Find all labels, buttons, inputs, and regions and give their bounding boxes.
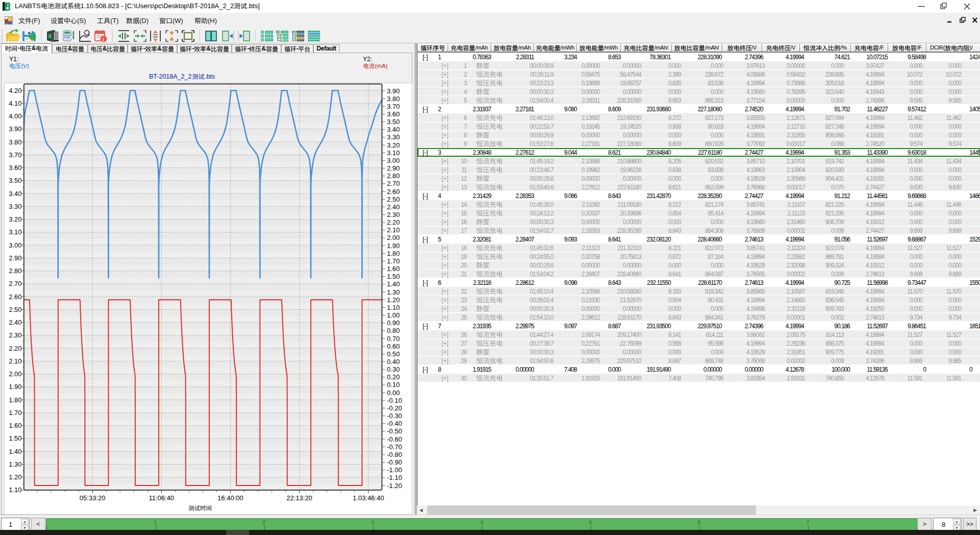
svg-text:2.80: 2.80	[387, 172, 400, 180]
svg-text:-1.00: -1.00	[387, 466, 402, 474]
svg-text:2.30: 2.30	[387, 211, 400, 218]
svg-text:2.90: 2.90	[9, 254, 21, 262]
svg-text:Y1:: Y1:	[9, 56, 18, 63]
svg-text:X: X	[48, 33, 52, 39]
svg-text:3.40: 3.40	[9, 190, 21, 198]
svg-text:.bts: .bts	[205, 73, 215, 80]
svg-text:1.40: 1.40	[9, 448, 21, 455]
svg-text:i: i	[103, 37, 104, 42]
svg-text:-0.50: -0.50	[387, 427, 402, 435]
svg-text:0.70: 0.70	[387, 335, 400, 343]
svg-text:2.80: 2.80	[9, 267, 21, 275]
svg-text:4.10: 4.10	[9, 100, 21, 107]
svg-text:4.20: 4.20	[9, 87, 21, 94]
svg-text:05:33:20: 05:33:20	[80, 494, 106, 502]
svg-text:3.80: 3.80	[387, 95, 400, 103]
svg-text:3.50: 3.50	[387, 118, 400, 126]
svg-text:-0.70: -0.70	[387, 443, 402, 451]
svg-text:3.40: 3.40	[387, 126, 400, 133]
svg-text:1.50: 1.50	[387, 273, 400, 280]
svg-text:-0.40: -0.40	[387, 420, 402, 427]
svg-text:2.40: 2.40	[9, 319, 21, 326]
svg-text:1.10: 1.10	[387, 304, 400, 311]
svg-text:-0.80: -0.80	[387, 451, 402, 458]
svg-text:BT-2018A_2_2: BT-2018A_2_2	[149, 73, 191, 80]
svg-text:0.80: 0.80	[387, 327, 400, 334]
svg-text:11:06:40: 11:06:40	[149, 494, 174, 502]
svg-text:1.70: 1.70	[387, 257, 400, 265]
svg-text:-0.90: -0.90	[387, 458, 402, 466]
svg-text:1.00: 1.00	[387, 311, 400, 319]
svg-text:1.70: 1.70	[9, 409, 21, 417]
svg-text:1.90: 1.90	[9, 383, 21, 391]
svg-text:(mA): (mA)	[375, 63, 388, 69]
svg-text:2.50: 2.50	[387, 196, 400, 203]
svg-text:3.50: 3.50	[9, 177, 21, 184]
svg-text:1.90: 1.90	[387, 242, 400, 250]
svg-text:3.00: 3.00	[9, 241, 21, 249]
svg-text:2.50: 2.50	[9, 306, 21, 313]
svg-text:0.60: 0.60	[387, 343, 400, 350]
svg-text:2.30: 2.30	[9, 331, 21, 339]
svg-text:1.03:46:40: 1.03:46:40	[353, 494, 384, 502]
svg-text:2.10: 2.10	[9, 357, 21, 365]
svg-text:2.60: 2.60	[387, 188, 400, 196]
svg-text:2.20: 2.20	[9, 345, 21, 352]
svg-text:0.90: 0.90	[387, 319, 400, 327]
svg-text:-1.10: -1.10	[387, 474, 402, 481]
svg-text:(V): (V)	[21, 63, 30, 69]
svg-text:22:13:20: 22:13:20	[286, 494, 312, 502]
svg-text:-1.20: -1.20	[387, 482, 402, 490]
svg-text:3.00: 3.00	[387, 157, 400, 164]
svg-text:0.50: 0.50	[387, 350, 400, 358]
svg-text:2.70: 2.70	[387, 180, 400, 187]
svg-text:1.30: 1.30	[9, 460, 21, 468]
svg-text:3.90: 3.90	[387, 87, 400, 95]
svg-text:1.80: 1.80	[387, 250, 400, 257]
svg-text:2.60: 2.60	[9, 293, 21, 301]
svg-text:3.10: 3.10	[387, 149, 400, 157]
svg-text:3.20: 3.20	[387, 141, 400, 149]
svg-text:0.00: 0.00	[387, 389, 400, 397]
svg-text:-0.30: -0.30	[387, 412, 402, 420]
svg-text:1.10: 1.10	[9, 486, 21, 494]
svg-text:0.40: 0.40	[387, 358, 400, 366]
svg-text:-0.20: -0.20	[387, 404, 402, 412]
svg-text:2.40: 2.40	[387, 203, 400, 211]
svg-text:1.20: 1.20	[387, 296, 400, 304]
svg-text:16:40:00: 16:40:00	[217, 494, 243, 502]
svg-text:1.60: 1.60	[9, 422, 21, 429]
svg-text:1.80: 1.80	[9, 396, 21, 404]
svg-text:2.00: 2.00	[9, 370, 21, 378]
svg-text:0.20: 0.20	[387, 373, 400, 381]
svg-text:-0.60: -0.60	[387, 435, 402, 443]
svg-text:-0.10: -0.10	[387, 397, 402, 404]
svg-text:2.70: 2.70	[9, 280, 21, 287]
svg-text:4.00: 4.00	[9, 112, 21, 120]
svg-text:1.40: 1.40	[387, 280, 400, 288]
svg-text:3.70: 3.70	[9, 151, 21, 159]
svg-text:1.30: 1.30	[387, 288, 400, 296]
svg-text:3.90: 3.90	[9, 125, 21, 133]
svg-text:0.10: 0.10	[387, 381, 400, 388]
svg-text:1.50: 1.50	[9, 434, 21, 442]
svg-text:0.30: 0.30	[387, 366, 400, 373]
svg-text:1.60: 1.60	[387, 265, 400, 273]
svg-text:2.00: 2.00	[387, 234, 400, 241]
svg-text:2.20: 2.20	[387, 218, 400, 226]
svg-text:3.60: 3.60	[9, 164, 21, 172]
svg-text:2.10: 2.10	[387, 226, 400, 234]
svg-text:3.80: 3.80	[9, 138, 21, 146]
svg-text:3.10: 3.10	[9, 228, 21, 236]
svg-text:3.70: 3.70	[387, 103, 400, 110]
svg-text:3.60: 3.60	[387, 110, 400, 118]
svg-text:Y2:: Y2:	[363, 56, 372, 63]
svg-text:3.30: 3.30	[9, 203, 21, 210]
svg-text:1.20: 1.20	[9, 473, 21, 481]
svg-text:3.30: 3.30	[387, 133, 400, 141]
svg-text:2.90: 2.90	[387, 164, 400, 172]
svg-text:3.20: 3.20	[9, 215, 21, 223]
